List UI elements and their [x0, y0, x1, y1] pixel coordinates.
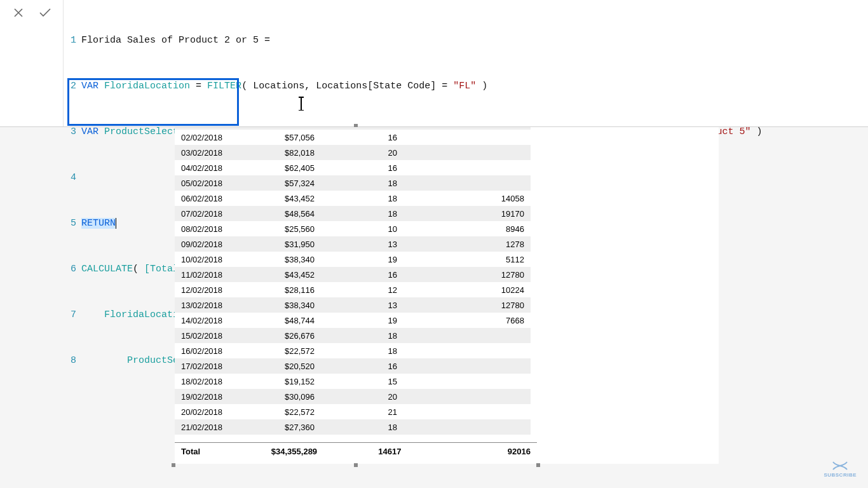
table-cell: 10224: [403, 282, 531, 297]
table-body-scroll[interactable]: 01/02/2018$62,4051502/02/2018$57,0561603…: [175, 127, 537, 442]
cancel-button[interactable]: [11, 5, 26, 20]
table-cell: 18: [321, 206, 403, 221]
table-cell: 8946: [403, 221, 531, 236]
table-cell: 16: [321, 267, 403, 282]
formula-bar-buttons: [0, 0, 64, 126]
line-number: 1: [64, 33, 81, 48]
table-cell: $38,340: [245, 252, 321, 267]
total-row: Total $34,355,289 14617 92016: [175, 443, 537, 461]
table-cell: 03/02/2018: [175, 145, 245, 160]
line-number: 4: [64, 170, 81, 186]
table-row[interactable]: 12/02/2018$28,1161210224: [175, 282, 531, 297]
table-cell: 20/02/2018: [175, 404, 245, 419]
table-row[interactable]: 10/02/2018$38,340195112: [175, 252, 531, 267]
table-row[interactable]: 21/02/2018$27,36018: [175, 419, 531, 435]
table-cell: 06/02/2018: [175, 191, 245, 206]
line-number: 5: [64, 216, 81, 231]
cancel-icon: [13, 7, 24, 18]
total-c4-cell: 92016: [407, 443, 537, 461]
table-cell: 10: [321, 221, 403, 236]
table-cell: 19170: [403, 206, 531, 221]
table-row[interactable]: 18/02/2018$19,15215: [175, 374, 531, 389]
table-row[interactable]: 05/02/2018$57,32418: [175, 175, 531, 191]
table-row[interactable]: 13/02/2018$38,3401312780: [175, 297, 531, 313]
subscribe-label: SUBSCRIBE: [824, 472, 857, 478]
table-row[interactable]: 15/02/2018$26,67618: [175, 328, 531, 343]
table-row[interactable]: 19/02/2018$30,09620: [175, 389, 531, 404]
table-cell: $82,018: [245, 145, 321, 160]
var-keyword: VAR: [81, 81, 98, 92]
equals-op: =: [442, 81, 447, 92]
table-cell: 13: [321, 236, 403, 252]
table-row[interactable]: 17/02/2018$20,52016: [175, 358, 531, 374]
table-cell: 16: [321, 160, 403, 175]
table-cell: 08/02/2018: [175, 221, 245, 236]
table-row[interactable]: 11/02/2018$43,4521612780: [175, 267, 531, 282]
table-cell: 20: [321, 389, 403, 404]
total-label: Total: [175, 443, 246, 461]
table-cell: 20: [321, 145, 403, 160]
column-ref: Locations[State Code]: [316, 81, 436, 92]
table-cell: 19: [321, 252, 403, 267]
table-cell: 18: [321, 328, 403, 343]
table-cell: 18/02/2018: [175, 374, 245, 389]
table-cell: 18: [321, 419, 403, 435]
table-cell: $43,452: [245, 267, 321, 282]
table-cell: 19: [321, 313, 403, 328]
subscribe-badge[interactable]: SUBSCRIBE: [824, 461, 857, 478]
total-sales-cell: $34,355,289: [246, 443, 323, 461]
return-keyword: RETURN: [81, 218, 116, 229]
dna-icon: [832, 461, 848, 471]
table-row[interactable]: 16/02/2018$22,57218: [175, 343, 531, 358]
table-cell: 14058: [403, 191, 531, 206]
table-row[interactable]: 03/02/2018$82,01820: [175, 145, 531, 160]
dax-editor[interactable]: 1 Florida Sales of Product 2 or 5 = 2 VA…: [64, 0, 868, 126]
table-cell: $27,360: [245, 419, 321, 435]
table-cell: $22,572: [245, 404, 321, 419]
line-number: 2: [64, 79, 81, 94]
resize-handle[interactable]: [536, 463, 540, 467]
table-cell: $43,452: [245, 191, 321, 206]
table-cell: [403, 404, 531, 419]
table-row[interactable]: 07/02/2018$48,5641819170: [175, 206, 531, 221]
resize-handle[interactable]: [354, 463, 358, 467]
table-cell: 18: [321, 343, 403, 358]
table-cell: 18: [321, 191, 403, 206]
var-name: FloridaLocation: [104, 81, 190, 92]
table-cell: 15: [321, 374, 403, 389]
table-cell: 18: [321, 175, 403, 191]
report-canvas[interactable]: 01/02/2018$62,4051502/02/2018$57,0561603…: [175, 127, 719, 464]
total-c3-cell: 14617: [323, 443, 407, 461]
table-cell: [403, 343, 531, 358]
table-cell: [403, 175, 531, 191]
table-cell: 13/02/2018: [175, 297, 245, 313]
table-row[interactable]: 08/02/2018$25,560108946: [175, 221, 531, 236]
line-number: 6: [64, 262, 81, 277]
table-cell: $20,520: [245, 358, 321, 374]
table-cell: [403, 145, 531, 160]
table-cell: 17/02/2018: [175, 358, 245, 374]
table-cell: 15/02/2018: [175, 328, 245, 343]
table-cell: $25,560: [245, 221, 321, 236]
table-cell: 1278: [403, 236, 531, 252]
table-visual[interactable]: 01/02/2018$62,4051502/02/2018$57,0561603…: [175, 127, 537, 464]
table-row[interactable]: 09/02/2018$31,950131278: [175, 236, 531, 252]
total-row-table: Total $34,355,289 14617 92016: [175, 442, 537, 460]
table-row[interactable]: 06/02/2018$43,4521814058: [175, 191, 531, 206]
table-cell: 21/02/2018: [175, 419, 245, 435]
line-number: 8: [64, 353, 81, 369]
table-row[interactable]: 02/02/2018$57,05616: [175, 130, 531, 145]
line-number: 3: [64, 125, 81, 140]
commit-button[interactable]: [37, 5, 53, 20]
table-cell: 14/02/2018: [175, 313, 245, 328]
checkmark-icon: [39, 7, 51, 18]
table-row[interactable]: 14/02/2018$48,744197668: [175, 313, 531, 328]
string-literal: "FL": [453, 81, 476, 92]
table-cell: [403, 389, 531, 404]
table-cell: $31,950: [245, 236, 321, 252]
table-row[interactable]: 20/02/2018$22,57221: [175, 404, 531, 419]
resize-handle[interactable]: [172, 463, 175, 467]
table-cell: 10/02/2018: [175, 252, 245, 267]
table-cell: $62,405: [245, 160, 321, 175]
table-row[interactable]: 04/02/2018$62,40516: [175, 160, 531, 175]
